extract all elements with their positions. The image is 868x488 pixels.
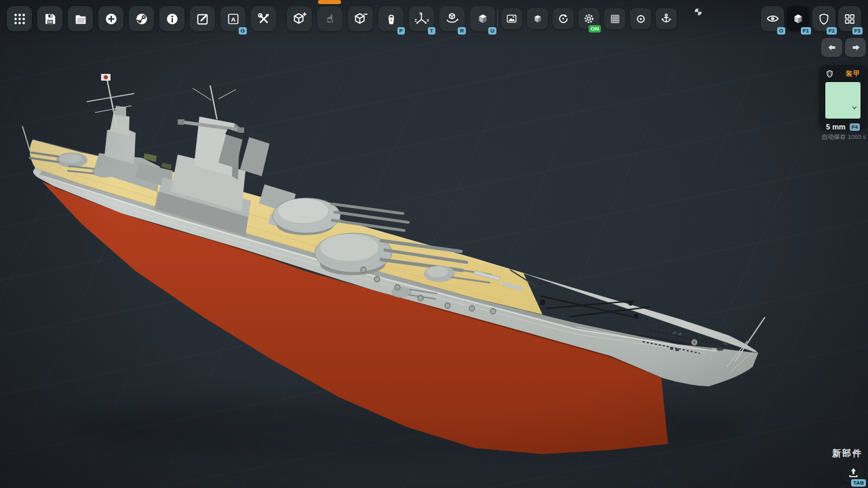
chevron-down-icon [850,104,859,112]
save-icon [43,12,58,26]
plus-circle-icon [104,12,119,26]
mesh-grid-icon [609,13,621,25]
redo-button[interactable] [845,38,866,57]
paint-bucket-icon [384,12,399,26]
armor-shield-icon [825,69,834,79]
hand-tap-icon: ☝ [327,14,334,24]
edit-pencil-icon [195,12,210,26]
apps-grid-icon [12,12,27,26]
new-file-button[interactable] [98,6,123,31]
record-dot-icon [635,13,647,25]
tools-button[interactable] [251,6,276,31]
cube-plus-icon [292,11,307,26]
info-icon [165,12,180,26]
snap-point-button[interactable] [630,8,651,29]
model-cube-icon [791,12,805,26]
remove-block-button[interactable] [348,6,373,31]
view-model-shortcut-badge: F1 [801,27,811,35]
svg-text:A: A [231,15,235,22]
open-folder-button[interactable] [68,6,93,31]
upload-tray-icon [847,466,860,479]
select-hand-tool-button[interactable]: ☝ [317,6,342,31]
paint-tool-button[interactable]: P [378,6,403,31]
svg-text:Z: Z [415,19,417,22]
cube-minus-icon [353,11,368,26]
view-armor-shortcut-badge: F2 [827,27,837,35]
add-block-button[interactable] [287,6,312,31]
new-part-button[interactable]: TAB [842,462,864,483]
reset-view-button[interactable] [553,8,574,29]
shield-icon [817,12,831,26]
toolbar-build-group: ☝ P Y X Z T [287,6,495,31]
armor-panel-title: 装甲 [846,69,861,79]
visibility-button[interactable]: O [761,6,784,31]
tools-icon [256,12,271,26]
anchor-button[interactable] [656,8,677,29]
toolbar-file-group: A G [7,6,276,31]
svg-text:X: X [427,19,429,22]
info-button[interactable] [159,6,184,31]
folder-icon [73,12,88,26]
viewport-3d[interactable] [0,0,868,488]
view-parts-shortcut-badge: F3 [852,27,863,35]
center-of-mass-marker [693,7,703,20]
apps-menu-button[interactable] [7,6,32,31]
rotate-arrow-icon [557,12,570,25]
text-annotation-button[interactable]: A G [220,6,245,31]
grid-toggle-button[interactable] [604,8,625,29]
rotate-shortcut-badge: R [458,27,466,35]
autosave-label: 自动保存 [821,134,846,140]
settings-gear-button[interactable]: ON [578,8,599,29]
gear-icon [583,12,595,25]
anchor-icon [660,12,673,25]
modules-grid-icon [843,12,856,26]
steam-workshop-button[interactable] [129,6,154,31]
axes-gizmo-icon: Y X Z [414,11,429,26]
rotate-block-button[interactable]: R [439,6,465,31]
render-mode-button[interactable] [527,8,548,29]
save-button[interactable] [37,6,62,31]
image-icon [505,12,518,25]
view-model-button[interactable]: F1 [787,6,810,31]
mirror-tool-button[interactable]: U [470,6,495,31]
steam-icon [134,12,149,26]
visibility-shortcut-badge: O [777,27,785,35]
toolbar-mode-group: O F1 F2 F3 [761,6,861,31]
mirror-shortcut-badge: U [488,27,496,35]
arrow-left-icon [826,41,838,54]
new-part-shortcut-badge: TAB [851,479,866,487]
autosave-status: 自动保存 1060 s [780,133,866,142]
view-armor-button[interactable]: F2 [812,6,835,31]
paint-shortcut-badge: P [397,27,405,35]
armor-thickness-value: 5 mm [826,123,846,131]
screenshot-button[interactable] [501,8,522,29]
armor-shortcut-badge: F4 [850,123,860,131]
undo-button[interactable] [821,38,842,57]
solid-cube-icon [475,12,490,26]
autosave-value: 1060 s [848,134,866,140]
armor-panel: 装甲 5 mm F4 [819,65,867,129]
arrow-right-icon [850,41,862,54]
letter-a-icon: A [226,12,241,26]
armor-material-swatch[interactable] [825,81,861,119]
cube-rotate-icon [444,11,460,26]
new-part-label: 新部件 [780,447,863,460]
checker-sphere-icon [693,7,703,17]
toolbar-view-group: ON [501,8,677,29]
text-tool-shortcut-badge: G [239,27,247,35]
small-cube-icon [532,13,544,25]
eye-icon [766,12,780,26]
settings-state-badge: ON [589,25,601,33]
rename-edit-button[interactable] [190,6,215,31]
view-parts-button[interactable]: F3 [838,6,861,31]
battleship-model[interactable] [0,0,868,488]
toolbar-separator [497,9,498,27]
transform-shortcut-badge: T [428,27,435,35]
transform-tool-button[interactable]: Y X Z T [409,6,434,31]
